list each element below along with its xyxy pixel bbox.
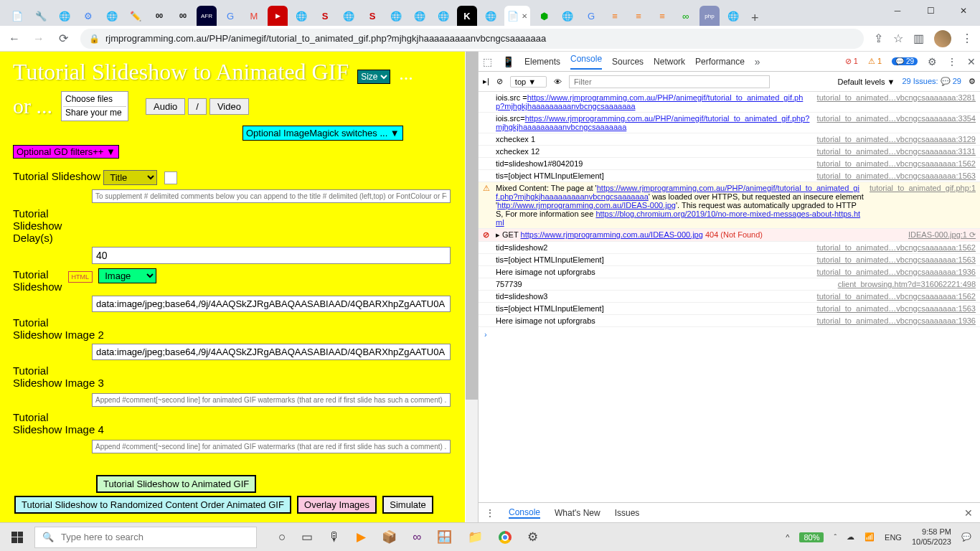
drawer-tab-console[interactable]: Console [509, 507, 540, 519]
tab-active[interactable]: 📄 ✕ [504, 6, 530, 26]
toggle-sidebar-icon[interactable]: ▸| [483, 77, 489, 86]
tab[interactable]: AFR [197, 6, 217, 26]
tab[interactable]: G [581, 6, 601, 26]
live-expression-icon[interactable]: 👁 [554, 77, 562, 86]
tab[interactable]: php [699, 6, 720, 26]
title-hint-input[interactable] [92, 189, 451, 203]
drawer-menu-icon[interactable]: ⋮ [486, 508, 494, 518]
size-select[interactable]: Size [357, 70, 390, 84]
context-select[interactable]: top ▼ [510, 76, 547, 88]
minimize-button[interactable]: ─ [881, 0, 914, 22]
gd-filters-select[interactable]: Optional GD filters++ ▼ [13, 145, 119, 159]
audio-button[interactable]: Audio [146, 98, 185, 115]
tab[interactable]: ≡ [605, 6, 625, 26]
inspect-icon[interactable]: ⬚ [483, 56, 492, 67]
more-tabs-icon[interactable]: » [755, 56, 760, 67]
taskbar-app[interactable]: 🎙 [329, 530, 341, 545]
tab[interactable]: ▶ [268, 6, 288, 26]
tab[interactable]: 🌐 [386, 6, 406, 26]
share-icon[interactable]: ⇪ [874, 32, 883, 45]
reload-button[interactable]: ⟳ [56, 32, 70, 46]
image4-input[interactable] [92, 440, 451, 453]
title-checkbox[interactable] [164, 171, 177, 184]
info-count[interactable]: 💬 29 [892, 57, 918, 65]
tab[interactable]: ⬢ [534, 6, 554, 26]
new-tab-button[interactable]: + [745, 11, 765, 26]
settings-icon[interactable]: ⚙ [928, 56, 937, 67]
randomized-gif-button[interactable]: Tutorial Slideshow to Randomized Content… [14, 496, 291, 514]
drawer-tab-whatsnew[interactable]: What's New [555, 508, 600, 518]
tray-overflow-icon[interactable]: ^ [786, 533, 789, 542]
tab[interactable]: G [220, 6, 240, 26]
file-chooser[interactable]: Choose files Share your me [61, 91, 128, 121]
imagemagick-switches-select[interactable]: Optional ImageMagick switches ... ▼ [242, 126, 403, 141]
taskbar-app[interactable]: 📁 [468, 529, 483, 545]
drawer-tab-issues[interactable]: Issues [615, 508, 640, 518]
taskbar-app[interactable]: ▭ [301, 529, 313, 545]
title-select[interactable]: Title [103, 170, 157, 185]
taskbar-app[interactable]: 🪟 [437, 529, 452, 545]
taskbar-app[interactable]: ▶ [357, 529, 366, 545]
page-scrollbar[interactable] [466, 52, 478, 522]
notifications-icon[interactable]: 💬 [961, 532, 971, 542]
menu-icon[interactable]: ⋮ [961, 32, 973, 45]
tab[interactable]: 🔧 [31, 6, 51, 26]
log-levels-select[interactable]: Default levels ▼ [838, 77, 895, 86]
tab[interactable]: 🌐 [433, 6, 453, 26]
clock[interactable]: 9:58 PM 10/05/2023 [912, 527, 951, 546]
error-count[interactable]: ⊘ 1 [845, 57, 858, 66]
tab[interactable]: 🌐 [102, 6, 122, 26]
simulate-button[interactable]: Simulate [382, 496, 433, 514]
tab-performance[interactable]: Performance [695, 57, 745, 67]
tab-network[interactable]: Network [654, 57, 685, 67]
tab[interactable]: S [362, 6, 382, 26]
tab[interactable]: 🌐 [55, 6, 75, 26]
wifi-icon[interactable]: 📶 [864, 532, 875, 542]
taskbar-chrome[interactable] [499, 531, 512, 544]
tab[interactable]: ≡ [652, 6, 672, 26]
maximize-button[interactable]: ☐ [914, 0, 947, 22]
device-icon[interactable]: 📱 [502, 56, 514, 67]
to-gif-button[interactable]: Tutorial Slideshow to Animated GIF [96, 475, 256, 493]
tab[interactable]: 📄 [7, 6, 27, 26]
taskbar-search[interactable]: 🔍 Type here to search [34, 527, 257, 548]
bookmark-icon[interactable]: ☆ [893, 32, 903, 45]
image1-input[interactable] [92, 296, 451, 312]
task-view-icon[interactable]: ○ [278, 530, 286, 545]
tab[interactable]: K [457, 6, 477, 26]
slash-button[interactable]: / [188, 98, 207, 115]
console-output[interactable]: iois.src =https://www.rjmprogramming.com… [479, 92, 980, 502]
url-input[interactable]: 🔒 rjmprogramming.com.au/PHP/animegif/tut… [80, 29, 864, 49]
video-button[interactable]: Video [209, 98, 249, 115]
console-settings-icon[interactable]: ⚙ [969, 77, 976, 86]
tab[interactable]: 🌐 [481, 6, 501, 26]
tab[interactable]: M [244, 6, 264, 26]
tab[interactable]: 00 [173, 6, 193, 26]
tab-elements[interactable]: Elements [524, 57, 560, 67]
taskbar-app[interactable]: 📦 [382, 529, 397, 545]
tab[interactable]: ∞ [676, 6, 696, 26]
tab[interactable]: ⚙ [78, 6, 98, 26]
image3-input[interactable] [92, 393, 451, 407]
tab[interactable]: 🌐 [291, 6, 311, 26]
tab[interactable]: ✏️ [126, 6, 146, 26]
back-button[interactable]: ← [7, 32, 22, 46]
taskbar-app[interactable]: ⚙ [527, 529, 538, 545]
html-badge[interactable]: HTML [68, 271, 93, 283]
tray-chevron-icon[interactable]: ˆ [834, 533, 837, 542]
overlay-button[interactable]: Overlay Images [297, 496, 377, 514]
tab[interactable]: 🌐 [557, 6, 578, 26]
filter-input[interactable] [569, 75, 770, 88]
tab[interactable]: 00 [149, 6, 169, 26]
tab-sources[interactable]: Sources [612, 57, 644, 67]
tab[interactable]: S [315, 6, 335, 26]
tab-console[interactable]: Console [570, 54, 602, 70]
tab[interactable]: 🌐 [339, 6, 359, 26]
warning-count[interactable]: ⚠ 1 [868, 57, 882, 66]
devtools-menu-icon[interactable]: ⋮ [947, 56, 957, 67]
tab[interactable]: 🌐 [723, 6, 743, 26]
clear-console-icon[interactable]: ⊘ [496, 77, 503, 86]
image2-input[interactable] [92, 344, 451, 360]
issues-link[interactable]: 29 Issues: 💬 29 [903, 77, 962, 86]
onedrive-icon[interactable]: ☁ [847, 532, 854, 542]
